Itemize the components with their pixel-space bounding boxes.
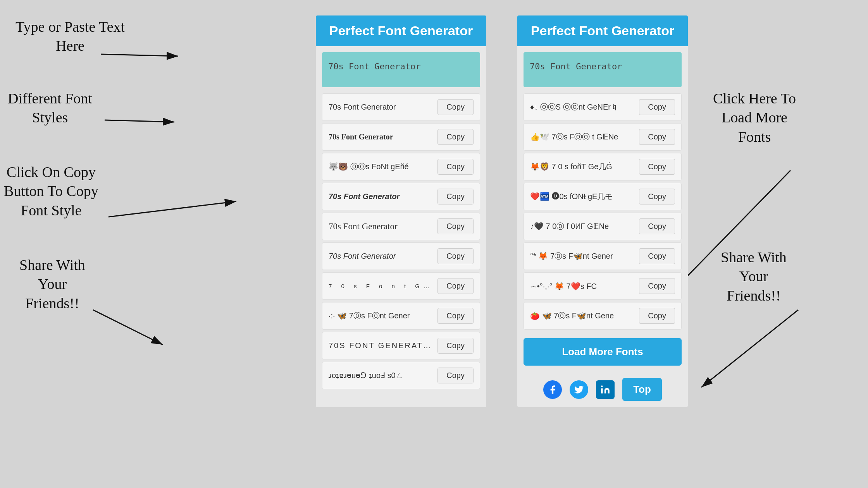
text-input-right[interactable]: 70s Font Generator	[524, 52, 682, 87]
table-row: 👍🕊️ 7⓪s Fⓞⓞ t G𝔼Ne Copy	[524, 123, 682, 151]
table-row: ·-·•°·,·° 🦊 7❤️s FC Copy	[524, 272, 682, 300]
font-rows-right: ♦↓ ⓞⓞS ⓞⓞnt GeNEr♮ Copy 👍🕊️ 7⓪s Fⓞⓞ t G𝔼…	[517, 93, 688, 332]
copy-button[interactable]: Copy	[639, 189, 675, 204]
font-text: ♦↓ ⓞⓞS ⓞⓞnt GeNEr♮	[530, 102, 634, 112]
copy-button[interactable]: Copy	[639, 159, 675, 175]
font-text: 7 0 s F o n t G e n e	[329, 283, 433, 289]
font-text: 👍🕊️ 7⓪s Fⓞⓞ t G𝔼Ne	[530, 132, 634, 142]
table-row: 70s Font Generator Copy	[322, 213, 480, 240]
font-text: ❤️🏧 ⓿0s fONŧ gЕ几モ	[530, 191, 634, 202]
table-row: ♪🖤 7 0⓪ f 0ИΓ G𝔼Ne Copy	[524, 213, 682, 240]
table-row: ·:· 🦋 7⓪s F⓪nt Gener Copy	[322, 302, 480, 330]
copy-button[interactable]: Copy	[639, 248, 675, 264]
copy-button[interactable]: Copy	[437, 189, 474, 204]
table-row: ❤️🏧 ⓿0s fONŧ gЕ几モ Copy	[524, 183, 682, 210]
copy-button[interactable]: Copy	[437, 338, 474, 354]
copy-button[interactable]: Copy	[639, 308, 675, 324]
copy-button[interactable]: Copy	[437, 129, 474, 145]
table-row: ♦↓ ⓞⓞS ⓞⓞnt GeNEr♮ Copy	[524, 93, 682, 121]
copy-button[interactable]: Copy	[639, 218, 675, 234]
font-text: 70s Font Generator	[329, 252, 433, 261]
annotation-type: Type or Paste TextHere	[16, 17, 125, 56]
copy-button[interactable]: Copy	[639, 278, 675, 294]
copy-button[interactable]: Copy	[639, 99, 675, 115]
table-row: 70s Font Generator Copy	[322, 93, 480, 121]
font-text: 70s Font Generator	[329, 132, 433, 141]
table-row: 70s Font Generator Copy	[322, 183, 480, 210]
panel-right-header: Perfect Font Generator	[517, 15, 688, 46]
table-row: 🐺🐻 ⓞⓞs FoNt gEñé Copy	[322, 153, 480, 180]
table-row: 70s Font Generator Copy	[322, 242, 480, 270]
panels-container: Perfect Font Generator 70s Font Generato…	[136, 0, 868, 423]
text-input-left[interactable]: 70s Font Generator	[322, 52, 480, 87]
font-text: ♪🖤 7 0⓪ f 0ИΓ G𝔼Ne	[530, 221, 634, 232]
panel-left: Perfect Font Generator 70s Font Generato…	[316, 15, 486, 407]
annotation-styles: Different FontStyles	[8, 89, 92, 127]
svg-point-7	[601, 385, 603, 387]
panel-right: Perfect Font Generator 70s Font Generato…	[517, 15, 688, 407]
panel-left-header: Perfect Font Generator	[316, 15, 486, 46]
copy-button[interactable]: Copy	[639, 129, 675, 145]
font-text: ·-·•°·,·° 🦊 7❤️s FC	[530, 282, 634, 291]
copy-button[interactable]: Copy	[437, 368, 474, 383]
copy-button[interactable]: Copy	[437, 248, 474, 264]
font-text: 70s Font Generator	[329, 222, 433, 232]
table-row: 7 0 s F o n t G e n e Copy	[322, 272, 480, 300]
copy-button[interactable]: Copy	[437, 159, 474, 175]
font-text: 70s Font Generator	[329, 192, 433, 201]
font-text: °* 🦊 7⓪s F🦋nt Gener	[530, 251, 634, 261]
annotation-share-left: Share WithYourFriends!!	[19, 256, 85, 313]
copy-button[interactable]: Copy	[437, 218, 474, 234]
copy-button[interactable]: Copy	[437, 99, 474, 115]
table-row: ɹoʇɐɹǝuǝ⅁ ʇuoℲ s0ㄥ Copy	[322, 362, 480, 389]
top-button[interactable]: Top	[622, 378, 662, 401]
font-text: 70s font generator	[329, 341, 433, 350]
table-row: °* 🦊 7⓪s F🦋nt Gener Copy	[524, 242, 682, 270]
social-share-row: Top	[517, 372, 688, 407]
font-text: 🍅 🦋 7⓪s F🦋nt Gene	[530, 311, 634, 321]
linkedin-share-button[interactable]	[596, 380, 615, 399]
font-text: ·:· 🦋 7⓪s F⓪nt Gener	[329, 311, 433, 321]
font-text: 🐺🐻 ⓞⓞs FoNt gEñé	[329, 162, 433, 172]
table-row: 70s Font Generator Copy	[322, 123, 480, 151]
copy-button[interactable]: Copy	[437, 308, 474, 324]
table-row: 70s font generator Copy	[322, 332, 480, 359]
annotation-copy: Click On CopyButton To CopyFont Style	[4, 163, 98, 220]
font-text: 🦊🦁 7 0 s foñT Ge几Ġ	[530, 162, 634, 172]
table-row: 🦊🦁 7 0 s foñT Ge几Ġ Copy	[524, 153, 682, 180]
twitter-share-button[interactable]	[570, 380, 588, 399]
font-text: ɹoʇɐɹǝuǝ⅁ ʇuoℲ s0ㄥ	[329, 370, 433, 381]
font-text: 70s Font Generator	[329, 103, 433, 112]
load-more-button[interactable]: Load More Fonts	[524, 338, 682, 366]
table-row: 🍅 🦋 7⓪s F🦋nt Gene Copy	[524, 302, 682, 330]
font-rows-left: 70s Font Generator Copy 70s Font Generat…	[316, 93, 486, 392]
copy-button[interactable]: Copy	[437, 278, 474, 294]
facebook-share-button[interactable]	[543, 380, 562, 399]
